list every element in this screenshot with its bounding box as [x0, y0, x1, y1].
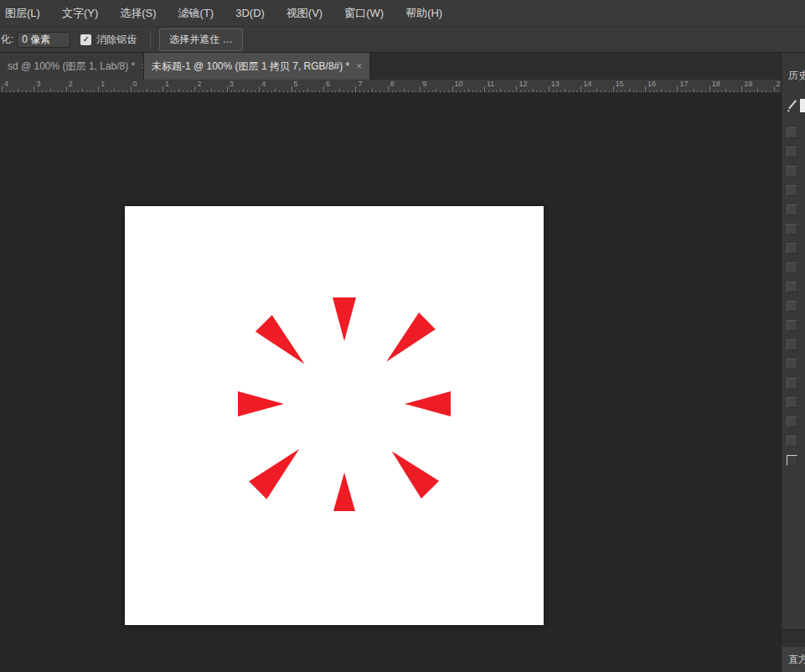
horizontal-ruler[interactable]: 43210123456789101112131415161718192 — [0, 80, 781, 93]
ruler-tick — [444, 90, 445, 92]
ruler-tick — [395, 90, 396, 92]
ruler-tick — [496, 90, 497, 92]
ruler-tick — [46, 90, 47, 92]
ruler-tick — [717, 90, 718, 92]
ruler-tick — [118, 90, 119, 92]
snapshot-thumbnail[interactable] — [800, 99, 805, 112]
ruler-tick — [319, 90, 320, 92]
ruler-tick — [62, 90, 63, 92]
ruler-tick — [214, 90, 215, 92]
ruler-tick — [74, 90, 75, 92]
history-state-box[interactable] — [787, 262, 797, 273]
ruler-tick — [111, 90, 111, 92]
feather-label: 化: — [1, 33, 13, 47]
ruler-tick — [312, 90, 312, 92]
photoshop-window: 图层(L)文字(Y)选择(S)滤镜(T)3D(D)视图(V)窗口(W)帮助(H)… — [0, 0, 805, 672]
ruler-tick — [569, 90, 570, 92]
ruler-tick — [408, 90, 409, 92]
menu-item[interactable]: 窗口(W) — [333, 0, 395, 26]
ruler-tick — [428, 90, 429, 92]
history-state-box[interactable] — [787, 359, 797, 370]
history-state-box[interactable] — [787, 378, 797, 389]
document-tab[interactable]: sd @ 100% (图层 1, Lab/8) *× — [0, 53, 144, 80]
ruler-tick — [665, 90, 666, 92]
menu-item[interactable]: 视图(V) — [276, 0, 333, 26]
history-state-box[interactable] — [787, 436, 797, 447]
history-state-box[interactable] — [787, 282, 797, 292]
ruler-number: 10 — [455, 80, 463, 88]
ruler-tick — [714, 90, 715, 92]
ruler-tick — [328, 90, 328, 92]
ruler-tick — [681, 90, 682, 92]
tab-bar: sd @ 100% (图层 1, Lab/8) *×未标题-1 @ 100% (… — [0, 53, 781, 80]
ruler-tick — [163, 86, 163, 92]
ruler-tick — [508, 90, 509, 92]
tab-close-icon[interactable]: × — [356, 60, 362, 72]
ruler-tick — [315, 90, 316, 92]
ruler-tick — [576, 90, 577, 92]
menu-item[interactable]: 图层(L) — [0, 0, 51, 26]
ruler-tick — [697, 90, 698, 92]
ruler-tick — [605, 90, 606, 92]
options-divider — [150, 30, 151, 49]
ruler-tick — [283, 90, 284, 92]
antialias-label: 消除锯齿 — [96, 33, 137, 47]
ruler-number: 5 — [294, 80, 298, 88]
feather-input[interactable]: 0 像素 — [17, 32, 70, 48]
menu-item[interactable]: 帮助(H) — [395, 0, 453, 26]
history-state-box[interactable] — [787, 127, 797, 138]
document-canvas[interactable] — [125, 206, 544, 625]
ruler-number: 4 — [4, 80, 8, 88]
ruler-tick — [593, 90, 594, 92]
canvas-area[interactable] — [0, 93, 781, 672]
ruler-tick — [243, 89, 244, 92]
histogram-panel-header[interactable]: 直方 — [782, 647, 805, 672]
ruler-tick — [307, 89, 308, 92]
antialias-checkbox[interactable]: ✓ — [80, 34, 91, 45]
ruler-tick — [420, 86, 421, 92]
ruler-number: 1 — [165, 80, 169, 88]
ruler-tick — [359, 90, 360, 92]
ruler-tick — [476, 90, 477, 92]
select-and-mask-button[interactable]: 选择并遮住 … — [159, 28, 242, 51]
menu-item[interactable]: 选择(S) — [109, 0, 167, 26]
ruler-tick — [42, 90, 43, 92]
history-state-box[interactable] — [787, 204, 797, 215]
history-state-box[interactable] — [787, 301, 797, 312]
history-state-box[interactable] — [787, 397, 797, 408]
ruler-tick — [472, 90, 473, 92]
ruler-tick — [694, 89, 694, 92]
ruler-tick — [774, 86, 775, 92]
ruler-tick — [194, 86, 195, 92]
ruler-tick — [375, 90, 376, 92]
ruler-tick — [126, 90, 127, 92]
menu-item[interactable]: 文字(Y) — [51, 0, 109, 26]
history-state-box-current[interactable] — [787, 455, 797, 466]
history-state-box[interactable] — [787, 416, 797, 427]
ruler-tick — [6, 90, 7, 92]
history-state-box[interactable] — [787, 224, 797, 235]
history-state-box[interactable] — [787, 243, 797, 254]
document-tab[interactable]: 未标题-1 @ 100% (图层 1 拷贝 7, RGB/8#) *× — [144, 53, 370, 80]
history-state-box[interactable] — [787, 185, 797, 196]
tab-title: 未标题-1 @ 100% (图层 1 拷贝 7, RGB/8#) * — [152, 59, 349, 74]
ruler-tick — [142, 90, 143, 92]
history-state-box[interactable] — [787, 147, 797, 158]
ruler-tick — [295, 90, 296, 92]
ruler-tick — [500, 89, 501, 92]
ruler-number: 11 — [487, 80, 494, 88]
ruler-tick — [267, 90, 268, 92]
menu-item[interactable]: 滤镜(T) — [168, 0, 225, 26]
ruler-tick — [754, 90, 755, 92]
menu-item[interactable]: 3D(D) — [224, 0, 276, 26]
ruler-tick — [263, 90, 264, 92]
ruler-tick — [207, 90, 208, 92]
ruler-tick — [134, 90, 135, 92]
ruler-tick — [167, 90, 168, 92]
ruler-tick — [171, 90, 172, 92]
history-state-box[interactable] — [787, 320, 797, 331]
history-state-box[interactable] — [787, 166, 797, 177]
history-state-box[interactable] — [787, 339, 797, 350]
history-source-row — [786, 99, 805, 112]
ruler-number: 1 — [101, 80, 105, 88]
